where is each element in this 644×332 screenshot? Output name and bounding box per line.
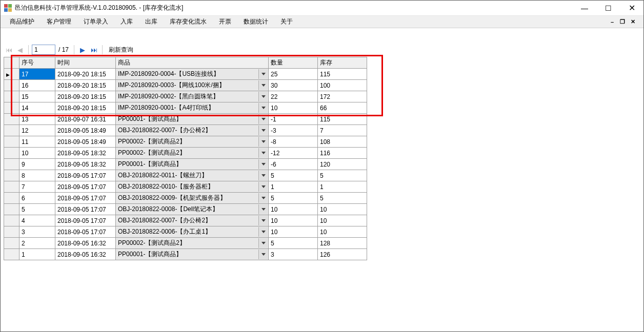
cell-seq[interactable]: 7 [19, 181, 55, 193]
menu-stock-flow[interactable]: 库存变化流水 [165, 16, 212, 28]
table-row[interactable]: 12018-09-05 16:32PP00001-【测试商品】3126 [4, 249, 367, 260]
cell-seq[interactable]: 10 [19, 148, 55, 159]
dropdown-button[interactable] [258, 80, 268, 90]
dropdown-button[interactable] [258, 171, 268, 180]
row-header[interactable] [4, 238, 19, 249]
row-header[interactable] [4, 204, 19, 215]
cell-product[interactable]: PP00002-【测试商品2】 [116, 136, 269, 148]
row-header[interactable] [4, 125, 19, 136]
dropdown-button[interactable] [258, 250, 268, 259]
cell-qty[interactable]: 30 [269, 80, 318, 91]
cell-time[interactable]: 2018-09-05 18:32 [55, 159, 116, 170]
cell-time[interactable]: 2018-09-05 17:07 [55, 170, 116, 181]
menu-outbound[interactable]: 出库 [140, 16, 163, 28]
row-header[interactable] [4, 91, 19, 102]
cell-time[interactable]: 2018-09-05 17:07 [55, 181, 116, 193]
dropdown-button[interactable] [258, 238, 268, 248]
cell-seq[interactable]: 1 [19, 249, 55, 260]
menu-inbound[interactable]: 入库 [115, 16, 138, 28]
cell-stock[interactable]: 10 [318, 226, 367, 238]
cell-product[interactable]: PP00002-【测试商品2】 [116, 238, 269, 249]
dropdown-button[interactable] [258, 204, 268, 214]
dropdown-button[interactable] [258, 148, 268, 158]
cell-seq[interactable]: 14 [19, 102, 55, 114]
dropdown-button[interactable] [258, 92, 268, 101]
cell-qty[interactable]: -1 [269, 114, 318, 125]
col-header-seq[interactable]: 序号 [19, 57, 55, 69]
cell-product[interactable]: OBJ-20180822-0008-【Dell笔记本】 [116, 204, 269, 215]
menu-stats[interactable]: 数据统计 [238, 16, 273, 28]
cell-product[interactable]: OBJ-20180822-0010-【服务器柜】 [116, 181, 269, 193]
cell-product[interactable]: OBJ-20180822-0007-【办公椅2】 [116, 125, 269, 136]
table-row[interactable]: 32018-09-05 17:07OBJ-20180822-0006-【办工桌1… [4, 226, 367, 238]
cell-qty[interactable]: 10 [269, 102, 318, 114]
row-header[interactable] [4, 114, 19, 125]
menu-product[interactable]: 商品维护 [5, 16, 39, 28]
dropdown-button[interactable] [258, 137, 268, 147]
table-row[interactable]: 142018-09-20 18:15IMP-20180920-0001-【A4打… [4, 102, 367, 114]
table-row[interactable]: 52018-09-05 17:07OBJ-20180822-0008-【Dell… [4, 204, 367, 215]
dropdown-button[interactable] [258, 182, 268, 192]
cell-qty[interactable]: 25 [269, 69, 318, 80]
table-row[interactable]: 72018-09-05 17:07OBJ-20180822-0010-【服务器柜… [4, 181, 367, 193]
row-header[interactable] [4, 215, 19, 226]
table-row[interactable]: 42018-09-05 17:07OBJ-20180822-0007-【办公椅2… [4, 215, 367, 226]
cell-qty[interactable]: 1 [269, 181, 318, 193]
cell-stock[interactable]: 108 [318, 136, 367, 148]
dropdown-button[interactable] [258, 227, 268, 237]
cell-product[interactable]: OBJ-20180822-0006-【办工桌1】 [116, 226, 269, 238]
table-row[interactable]: 112018-09-05 18:49PP00002-【测试商品2】-8108 [4, 136, 367, 148]
cell-stock[interactable]: 120 [318, 159, 367, 170]
dropdown-button[interactable] [258, 159, 268, 169]
mdi-close-button[interactable]: ✕ [628, 18, 637, 26]
cell-time[interactable]: 2018-09-05 18:32 [55, 148, 116, 159]
mdi-restore-button[interactable]: ❐ [618, 18, 627, 26]
cell-seq[interactable]: 2 [19, 238, 55, 249]
dropdown-button[interactable] [258, 193, 268, 203]
dropdown-button[interactable] [258, 69, 268, 79]
table-row[interactable]: 152018-09-20 18:15IMP-20180920-0002-【黑白圆… [4, 91, 367, 102]
table-row[interactable]: 92018-09-05 18:32PP00001-【测试商品】-6120 [4, 159, 367, 170]
cell-seq[interactable]: 15 [19, 91, 55, 102]
col-header-row[interactable] [4, 57, 19, 69]
cell-product[interactable]: IMP-20180920-0004-【USB连接线】 [116, 69, 269, 80]
cell-time[interactable]: 2018-09-20 18:15 [55, 102, 116, 114]
dropdown-button[interactable] [258, 114, 268, 124]
row-header[interactable] [4, 69, 19, 80]
cell-product[interactable]: OBJ-20180822-0009-【机架式服务器】 [116, 193, 269, 204]
cell-qty[interactable]: 5 [269, 193, 318, 204]
col-header-product[interactable]: 商品 [116, 57, 269, 69]
pager-prev-button[interactable]: ◀ [15, 45, 25, 55]
pager-first-button[interactable]: ⏮ [4, 45, 14, 55]
cell-product[interactable]: PP00001-【测试商品】 [116, 159, 269, 170]
col-header-time[interactable]: 时间 [55, 57, 116, 69]
cell-seq[interactable]: 17 [19, 69, 55, 80]
table-row[interactable]: 122018-09-05 18:49OBJ-20180822-0007-【办公椅… [4, 125, 367, 136]
cell-stock[interactable]: 126 [318, 249, 367, 260]
cell-product[interactable]: IMP-20180920-0001-【A4打印纸】 [116, 102, 269, 114]
cell-seq[interactable]: 8 [19, 170, 55, 181]
cell-time[interactable]: 2018-09-05 16:32 [55, 238, 116, 249]
grid-container[interactable]: 序号 时间 商品 数量 库存 172018-09-20 18:15IMP-201… [4, 57, 640, 328]
cell-time[interactable]: 2018-09-05 18:49 [55, 125, 116, 136]
cell-qty[interactable]: 5 [269, 238, 318, 249]
cell-qty[interactable]: 10 [269, 204, 318, 215]
menu-invoice[interactable]: 开票 [214, 16, 236, 28]
table-row[interactable]: 82018-09-05 17:07OBJ-20180822-0011-【螺丝刀】… [4, 170, 367, 181]
table-row[interactable]: 132018-09-07 16:31PP00001-【测试商品】-1115 [4, 114, 367, 125]
cell-qty[interactable]: 3 [269, 249, 318, 260]
table-row[interactable]: 162018-09-20 18:15IMP-20180920-0003-【网线1… [4, 80, 367, 91]
row-header[interactable] [4, 193, 19, 204]
close-button[interactable]: ✕ [620, 1, 643, 15]
cell-time[interactable]: 2018-09-05 18:49 [55, 136, 116, 148]
cell-time[interactable]: 2018-09-20 18:15 [55, 80, 116, 91]
cell-product[interactable]: IMP-20180920-0002-【黑白圆珠笔】 [116, 91, 269, 102]
cell-qty[interactable]: -6 [269, 159, 318, 170]
cell-time[interactable]: 2018-09-20 18:15 [55, 69, 116, 80]
cell-seq[interactable]: 13 [19, 114, 55, 125]
cell-stock[interactable]: 1 [318, 181, 367, 193]
cell-stock[interactable]: 10 [318, 215, 367, 226]
cell-stock[interactable]: 115 [318, 114, 367, 125]
row-header[interactable] [4, 181, 19, 193]
cell-product[interactable]: PP00001-【测试商品】 [116, 114, 269, 125]
